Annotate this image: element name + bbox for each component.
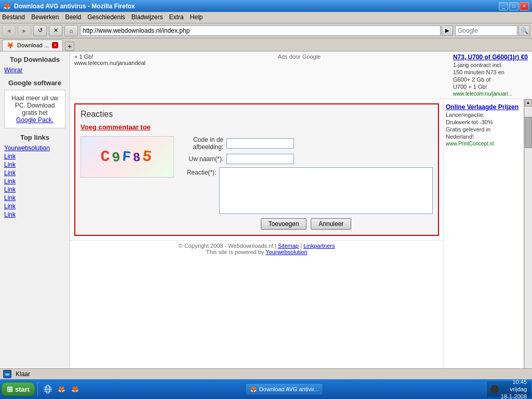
google-pack-link[interactable]: Google Pack. <box>16 116 54 124</box>
stop-button[interactable]: ✕ <box>49 25 62 36</box>
top-link-5[interactable]: Link <box>4 186 65 193</box>
clock: 10:45 vrijdag 18-1-2008 <box>501 378 527 379</box>
menu-geschiedenis[interactable]: Geschiedenis <box>87 14 125 21</box>
scroll-up-arrow[interactable]: ▲ <box>525 99 532 107</box>
menu-bestand[interactable]: Bestand <box>2 14 25 21</box>
right-ad2-line1: Lanceringactie: <box>446 112 522 118</box>
top-link-8[interactable]: Link <box>4 211 65 218</box>
top-link-yourwebsolution[interactable]: Yourwebsolution <box>4 144 65 152</box>
top-link-1[interactable]: Link <box>4 153 65 160</box>
winrar-link[interactable]: Winrar <box>4 66 65 74</box>
captcha-container: C9F85 <box>81 136 174 230</box>
menu-beeld[interactable]: Beeld <box>65 14 81 21</box>
form-buttons: Toevoegen Annuleer <box>179 218 433 230</box>
status-text: Klaar <box>16 370 30 378</box>
reacties-box: Reacties Voeg commentaar toe C9F85 <box>74 103 439 236</box>
right-ad2-line4: Nederland! <box>446 134 522 140</box>
body-split: Reacties Voeg commentaar toe C9F85 <box>70 99 532 368</box>
ads-row: + 1 Gb! www.telecom.nu/januarideal Ads d… <box>74 54 528 97</box>
yourwebsolution-link[interactable]: Yourwebsolution <box>265 249 307 255</box>
cancel-button[interactable]: Annuleer <box>311 218 351 230</box>
google-pack-box: Haal meer uit uw PC. Download gratis het… <box>4 90 65 128</box>
comment-textarea[interactable] <box>219 167 433 214</box>
title-bar: 🦊 Download AVG antivirus - Mozilla Firef… <box>0 0 532 12</box>
tab-label: Download ... <box>17 42 49 48</box>
minimize-button[interactable]: _ <box>499 2 508 10</box>
ads-section: + 1 Gb! www.telecom.nu/januarideal Ads d… <box>70 51 532 99</box>
top-link-3[interactable]: Link <box>4 169 65 177</box>
linkpartners-link[interactable]: Linkpartners <box>303 243 335 249</box>
scroll-thumb[interactable] <box>525 117 532 148</box>
menu-bladwijzers[interactable]: Bladwijzers <box>131 14 163 21</box>
page-content: Top Downloads Winrar Google software Haa… <box>0 51 532 368</box>
main-content: + 1 Gb! www.telecom.nu/januarideal Ads d… <box>70 51 532 368</box>
clock-time: 10:45 <box>501 378 527 379</box>
tab-close-button[interactable]: × <box>52 42 58 48</box>
close-button[interactable]: × <box>520 2 529 10</box>
status-icon <box>3 370 11 378</box>
right-ad2-title[interactable]: Online Verlaagde Prijzen <box>446 103 518 111</box>
sitemap-link[interactable]: Sitemap <box>278 243 299 249</box>
submit-button[interactable]: Toevoegen <box>261 218 307 230</box>
tab-favicon: 🦊 <box>7 42 14 49</box>
google-software-title: Google software <box>4 79 65 87</box>
google-pack-text: Haal meer uit uw PC. Download gratis het <box>11 95 58 116</box>
top-link-2[interactable]: Link <box>4 161 65 168</box>
menu-extra[interactable]: Extra <box>169 14 184 21</box>
browser-title: Download AVG antivirus - Mozilla Firefox <box>14 3 135 10</box>
search-button[interactable]: 🔍 <box>518 25 530 36</box>
right-ad2-line2: Drukwerk tot -30% <box>446 119 522 125</box>
refresh-button[interactable]: ↺ <box>33 25 47 36</box>
right-ad1-line2: 150 minuten N73 en <box>453 69 528 75</box>
address-input[interactable] <box>80 25 441 36</box>
right-ad2-line3: Gratis geleverd in <box>446 126 522 132</box>
scrollbar-right[interactable]: ▲ ▼ <box>524 99 532 368</box>
new-tab-button[interactable]: + <box>65 42 74 51</box>
browser-tab[interactable]: 🦊 Download ... × <box>2 39 63 51</box>
browser-toolbar: ◄ ► ↺ ✕ ⌂ ▶ 🔍 <box>0 23 532 38</box>
address-bar: ▶ <box>80 25 453 36</box>
right-ad1-title[interactable]: N73, U700 of G600(1jr) €0 <box>453 54 528 61</box>
search-input[interactable] <box>455 25 517 36</box>
footer-separator: | <box>300 243 302 249</box>
title-bar-left: 🦊 Download AVG antivirus - Mozilla Firef… <box>3 3 135 10</box>
maximize-button[interactable]: □ <box>509 2 518 10</box>
menu-bewerken[interactable]: Bewerken <box>31 14 59 21</box>
go-button[interactable]: ▶ <box>442 25 453 36</box>
browser-favicon: 🦊 <box>3 3 11 10</box>
captcha-text: C9F85 <box>101 148 154 166</box>
right-ad2-url: www.PrintConcept.nl <box>446 141 522 147</box>
top-link-6[interactable]: Link <box>4 194 65 202</box>
comment-label: Reactie(*): <box>179 169 216 176</box>
top-links-title: Top links <box>4 134 65 141</box>
tab-bar: 🦊 Download ... × + <box>0 38 532 51</box>
captcha-input[interactable] <box>227 138 294 149</box>
menu-help[interactable]: Help <box>190 14 203 21</box>
add-comment-link[interactable]: Voeg commentaar toe <box>81 123 433 131</box>
name-input[interactable] <box>227 154 294 164</box>
comment-row: Reactie(*): <box>179 167 433 214</box>
back-button[interactable]: ◄ <box>2 25 16 36</box>
home-button[interactable]: ⌂ <box>64 25 78 36</box>
menu-bar: Bestand Bewerken Beeld Geschiedenis Blad… <box>0 12 532 23</box>
title-bar-controls[interactable]: _ □ × <box>499 2 529 10</box>
top-link-4[interactable]: Link <box>4 178 65 185</box>
right-ad1-line3: G600+ 2 Gb of <box>453 76 528 83</box>
right-ad1-url: www.telecom.nu/januari... <box>453 91 528 97</box>
scroll-track[interactable] <box>525 107 532 368</box>
forward-button[interactable]: ► <box>18 25 31 36</box>
captcha-label: Code in de afbeelding: <box>179 136 223 151</box>
reacties-title: Reacties <box>81 110 433 119</box>
right-ad2: Online Verlaagde Prijzen Lanceringactie:… <box>446 103 522 147</box>
powered-text: This site is powered by <box>206 249 264 255</box>
right-ad1-line1: 1-jarig contract incl. <box>453 62 528 68</box>
ads-label: Ads door Google <box>278 54 321 60</box>
top-link-7[interactable]: Link <box>4 203 65 210</box>
sidebar: Top Downloads Winrar Google software Haa… <box>0 51 70 368</box>
captcha-image: C9F85 <box>81 136 174 178</box>
left-ad-url: www.telecom.nu/januarideal <box>74 60 145 66</box>
form-fields: Code in de afbeelding: Uw naam(*): React… <box>179 136 433 230</box>
search-bar: 🔍 <box>455 25 530 36</box>
right-ad1-line4: U700 + 1 Gb! <box>453 84 528 90</box>
left-ad-text: + 1 Gb! <box>74 54 145 60</box>
